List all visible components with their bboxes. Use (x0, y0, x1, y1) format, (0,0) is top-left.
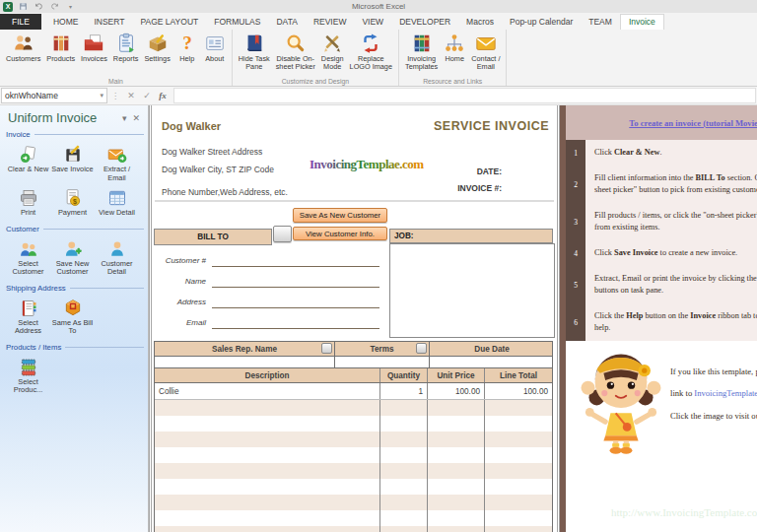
save-new-customer-button[interactable]: Save New Customer (50, 235, 95, 279)
view-detail-button[interactable]: View Detail (95, 184, 139, 220)
extract-email-button[interactable]: Extract / Email (95, 141, 139, 184)
cell[interactable] (155, 432, 379, 447)
select-customer-button[interactable]: Select Customer (6, 235, 50, 279)
table-row[interactable]: Collie1100.00100.00 (155, 383, 552, 400)
select-address-button[interactable]: Select Address (6, 295, 50, 338)
cell[interactable] (379, 479, 427, 495)
mascot-girl-image[interactable] (578, 345, 664, 457)
cell[interactable]: 1 (379, 383, 427, 399)
tab-pop-up-calendar[interactable]: Pop-up Calendar (502, 14, 581, 30)
settings-button[interactable]: Settings (141, 31, 172, 63)
cell[interactable]: 100.00 (484, 383, 552, 399)
tab-review[interactable]: REVIEW (306, 14, 355, 30)
tab-page-layout[interactable]: PAGE LAYOUT (132, 14, 206, 30)
cell[interactable] (155, 510, 379, 526)
table-row[interactable] (155, 479, 552, 495)
cell[interactable] (427, 416, 484, 432)
on-sheet-picker-button[interactable] (321, 343, 332, 354)
hide-task-pane-button[interactable]: Hide Task Pane (236, 31, 273, 71)
cell[interactable] (155, 447, 379, 463)
replace-logo-image-button[interactable]: Replace LOGO Image (347, 31, 395, 71)
design-mode-button[interactable]: Design Mode (318, 31, 347, 71)
customers-button[interactable]: Customers (3, 31, 43, 63)
insert-function-icon[interactable]: fx (155, 91, 171, 100)
cell[interactable] (379, 416, 427, 432)
invoices-button[interactable]: Invoices (78, 31, 110, 63)
cell[interactable] (427, 510, 484, 526)
cell[interactable]: Collie (155, 383, 379, 399)
table-row[interactable] (155, 416, 552, 432)
tab-data[interactable]: DATA (268, 14, 305, 30)
cell[interactable] (484, 463, 552, 479)
save-invoice-button[interactable]: Save Invoice (50, 141, 95, 184)
cell[interactable] (155, 526, 379, 532)
company-address-line[interactable]: Dog Walker Street Address (162, 147, 262, 157)
table-row[interactable] (155, 495, 552, 510)
invoicingtemplate-logo[interactable]: InvoicingTemplae.com (310, 157, 408, 172)
tab-insert[interactable]: INSERT (86, 14, 132, 30)
field-input-line[interactable] (212, 252, 379, 267)
cell[interactable] (427, 432, 484, 447)
on-sheet-picker-button[interactable] (416, 343, 427, 354)
cell[interactable] (484, 400, 552, 416)
tab-view[interactable]: VIEW (354, 14, 391, 30)
on-sheet-picker-button[interactable] (273, 226, 292, 242)
company-address-line[interactable]: Phone Number,Web Address, etc. (162, 187, 288, 197)
tab-home[interactable]: HOME (45, 14, 87, 30)
cell[interactable] (484, 432, 552, 447)
cell[interactable] (155, 463, 379, 479)
view-customer-info-button[interactable]: View Customer Info. (293, 227, 387, 240)
print-button[interactable]: Print (6, 184, 50, 220)
cell[interactable] (484, 510, 552, 526)
cell[interactable] (484, 479, 552, 495)
about-button[interactable]: About (201, 31, 229, 63)
cell[interactable] (379, 495, 427, 510)
cell[interactable] (484, 416, 552, 432)
cell[interactable] (379, 432, 427, 447)
formula-input[interactable] (173, 88, 756, 103)
field-input-line[interactable] (212, 314, 379, 329)
table-row[interactable] (155, 400, 552, 416)
cell[interactable] (155, 495, 379, 510)
task-pane-menu-icon[interactable]: ▾ (120, 113, 129, 123)
help-button[interactable]: ?Help (173, 31, 201, 63)
tab-file[interactable]: FILE (0, 14, 41, 30)
job-input-box[interactable] (389, 243, 555, 338)
table-row[interactable] (155, 463, 552, 479)
invoicingtemplate-link[interactable]: InvoicingTemplate.com (694, 388, 757, 398)
table-row[interactable] (155, 526, 552, 532)
cell[interactable] (427, 400, 484, 416)
select-produc-button[interactable]: Select Produc... (6, 354, 50, 397)
cell[interactable] (484, 447, 552, 463)
tab-invoice[interactable]: Invoice (620, 14, 664, 30)
table-row[interactable] (155, 510, 552, 526)
products-button[interactable]: Products (43, 31, 78, 63)
cell[interactable] (427, 526, 484, 532)
name-box[interactable]: oknWhoName ▾ (1, 88, 107, 103)
home-button[interactable]: Home (441, 31, 468, 63)
same-as-bill-to-button[interactable]: Same As Bill To (50, 295, 95, 338)
name-box-dropdown-icon[interactable]: ▾ (100, 92, 103, 100)
enter-icon[interactable]: ✓ (139, 91, 155, 100)
invoicing-templates-button[interactable]: Invoicing Templates (402, 31, 441, 71)
field-input-line[interactable] (212, 294, 379, 308)
cell[interactable] (379, 510, 427, 526)
cell[interactable] (379, 447, 427, 463)
table-row[interactable] (155, 447, 552, 463)
cell[interactable] (155, 400, 379, 416)
task-pane-close-icon[interactable]: ✕ (130, 113, 142, 123)
disable-on-sheet-picker-button[interactable]: Disable On- sheet Picker (273, 31, 318, 71)
table-row[interactable] (155, 432, 552, 447)
cell[interactable] (427, 495, 484, 510)
tab-developer[interactable]: DEVELOPER (391, 14, 458, 30)
reports-button[interactable]: Reports (110, 31, 142, 63)
cell[interactable] (155, 479, 379, 495)
cell[interactable] (427, 447, 484, 463)
cell[interactable] (427, 479, 484, 495)
tab-team[interactable]: TEAM (581, 14, 620, 30)
clear-new-button[interactable]: Clear & New (6, 141, 50, 184)
cell[interactable] (379, 400, 427, 416)
cell[interactable] (484, 495, 552, 510)
cancel-icon[interactable]: ✕ (123, 91, 139, 100)
cell[interactable] (379, 526, 427, 532)
